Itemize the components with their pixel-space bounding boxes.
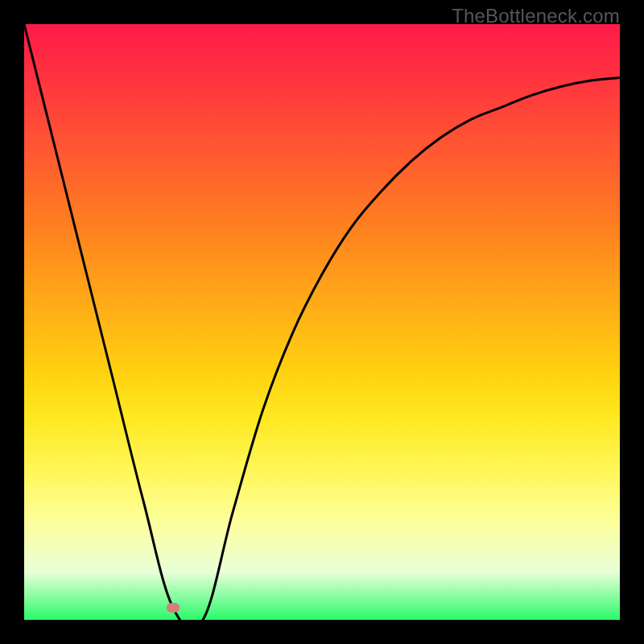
min-marker [167,603,180,613]
chart-frame: TheBottleneck.com [0,0,644,644]
curve-svg [24,24,620,620]
watermark-text: TheBottleneck.com [452,5,620,27]
plot-area [24,24,620,620]
bottleneck-curve [24,24,620,630]
